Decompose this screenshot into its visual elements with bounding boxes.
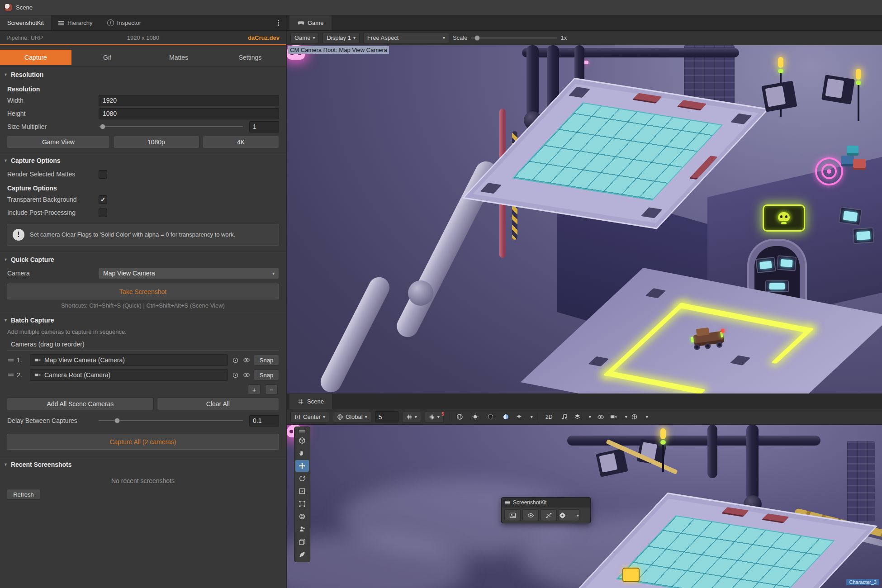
render-selected-mattes-checkbox[interactable] (99, 170, 107, 179)
snap-button[interactable]: Snap (254, 370, 279, 380)
tab-scene-label: Scene (307, 398, 324, 405)
aspect-dropdown[interactable]: Free Aspect (363, 33, 449, 43)
preset-1080p-button[interactable]: 1080p (113, 136, 199, 148)
no-recent-screenshots-text: No recent screenshots (0, 477, 286, 484)
clear-all-button[interactable]: Clear All (157, 398, 279, 410)
sphere-gizmo-tool[interactable] (295, 511, 309, 522)
delay-slider[interactable] (99, 420, 243, 421)
tab-settings[interactable]: Settings (214, 50, 286, 65)
overlay-settings-button[interactable] (559, 509, 579, 521)
skybox-toggle[interactable] (500, 412, 512, 422)
lighting-toggle[interactable] (469, 412, 481, 422)
screenshotkit-overlay-header[interactable]: ScreenshotKit (502, 498, 590, 507)
grid-snap-dropdown[interactable]: 5 (425, 412, 444, 422)
remove-camera-button[interactable]: − (265, 384, 278, 394)
capture-all-button[interactable]: Capture All (2 cameras) (7, 434, 279, 450)
duplicate-tool[interactable] (295, 536, 309, 548)
avatar-tool[interactable] (295, 523, 309, 535)
tab-screenshotkit[interactable]: ScreenshotKit (0, 15, 51, 30)
scale-slider[interactable] (471, 38, 557, 38)
tab-hierarchy[interactable]: Hierarchy (51, 15, 100, 30)
shadows-toggle[interactable] (485, 412, 497, 422)
game-mode-dropdown[interactable]: Game (290, 33, 319, 43)
add-all-scene-cameras-button[interactable]: Add All Scene Cameras (7, 398, 154, 410)
width-input[interactable] (99, 95, 279, 106)
preview-button[interactable] (522, 509, 539, 521)
grid-visibility-dropdown[interactable] (402, 412, 421, 422)
camera-object-field[interactable]: Camera Root (Camera) (30, 369, 228, 381)
drag-handle-icon (505, 502, 510, 503)
rover-vehicle (694, 333, 724, 345)
hierarchy-icon (58, 23, 64, 24)
selection-badge[interactable]: Character_3 (846, 579, 879, 585)
view-tool[interactable] (295, 435, 309, 446)
display-dropdown[interactable]: Display 1 (322, 33, 360, 43)
transparent-background-label: Transparent Background (7, 196, 99, 203)
tab-capture[interactable]: Capture (0, 50, 71, 65)
height-input[interactable] (99, 108, 279, 119)
panel-menu-button[interactable] (270, 15, 286, 30)
foldout-batch-capture[interactable]: Batch Capture (0, 312, 286, 327)
size-multiplier-value[interactable]: 1 (249, 121, 279, 133)
transform-tool[interactable] (295, 498, 309, 510)
preset-4k-button[interactable]: 4K (203, 136, 279, 148)
add-camera-button[interactable]: + (248, 384, 261, 394)
visibility-eye-icon[interactable] (242, 371, 251, 379)
object-picker-icon[interactable] (231, 371, 239, 379)
delay-value[interactable]: 0.1 (249, 415, 279, 427)
paint-tool[interactable] (295, 549, 309, 560)
tab-scene[interactable]: Scene (289, 394, 332, 409)
hand-tool[interactable] (295, 447, 309, 459)
include-post-processing-row: Include Post-Processing (7, 207, 279, 218)
effects-dropdown[interactable] (516, 412, 533, 422)
scale-slider-handle[interactable] (474, 35, 480, 41)
transparent-background-checkbox[interactable] (99, 195, 107, 204)
camera-dropdown[interactable]: Map View Camera (99, 267, 279, 279)
shaded-mode-toggle[interactable] (454, 412, 466, 422)
snap-button[interactable]: Snap (254, 355, 279, 365)
scene-viewport[interactable]: Character_3 ScreenshotKit (287, 425, 882, 588)
delay-slider-handle[interactable] (114, 418, 120, 423)
tab-gif[interactable]: Gif (71, 50, 143, 65)
object-picker-icon[interactable] (231, 356, 239, 364)
tab-inspector[interactable]: Inspector (100, 15, 148, 30)
capture-image-button[interactable] (504, 509, 521, 521)
camera-settings-dropdown[interactable] (610, 412, 627, 422)
move-tool[interactable] (295, 460, 309, 472)
tool-strip-handle[interactable] (299, 430, 305, 431)
drag-handle-icon[interactable] (8, 359, 14, 360)
rect-tool[interactable] (295, 485, 309, 497)
gizmos-dropdown[interactable] (631, 412, 648, 422)
refresh-button[interactable]: Refresh (7, 489, 40, 500)
pivot-dropdown[interactable]: Center (290, 412, 329, 422)
foldout-recent-screenshots[interactable]: Recent Screenshots (0, 456, 286, 471)
preset-game-view-button[interactable]: Game View (7, 136, 110, 148)
chevron-down-icon (313, 35, 315, 40)
tab-game[interactable]: Game (289, 15, 332, 30)
audio-toggle[interactable] (559, 412, 570, 422)
scene-visibility-toggle[interactable] (595, 412, 607, 422)
camera-select-label: Camera (7, 270, 99, 277)
grid-size-field[interactable]: 5 (375, 411, 398, 422)
size-multiplier-slider[interactable] (99, 126, 243, 127)
neon-floor-line (603, 370, 706, 394)
game-viewport[interactable]: CM Camera Root: Map View Camera (287, 45, 882, 394)
twod-toggle[interactable]: 2D (543, 412, 555, 422)
foldout-resolution[interactable]: Resolution (0, 66, 286, 81)
orientation-dropdown[interactable]: Global (333, 412, 371, 422)
camera-object-field[interactable]: Map View Camera (Camera) (30, 354, 228, 366)
snip-button[interactable] (541, 509, 557, 521)
rotate-tool[interactable] (295, 473, 309, 484)
take-screenshot-button[interactable]: Take Screenshot (7, 284, 279, 299)
size-multiplier-handle[interactable] (100, 124, 105, 129)
include-post-processing-checkbox[interactable] (99, 209, 107, 217)
pivot-icon (294, 414, 301, 420)
tab-mattes[interactable]: Mattes (143, 50, 214, 65)
drag-handle-icon[interactable] (8, 374, 14, 375)
visibility-eye-icon[interactable] (242, 356, 251, 364)
layers-dropdown[interactable] (574, 412, 591, 422)
foldout-quick-capture[interactable]: Quick Capture (0, 251, 286, 266)
foldout-capture-options-label: Capture Options (11, 157, 61, 164)
foldout-capture-options[interactable]: Capture Options (0, 152, 286, 167)
scene-tab-bar: Scene (287, 394, 882, 409)
